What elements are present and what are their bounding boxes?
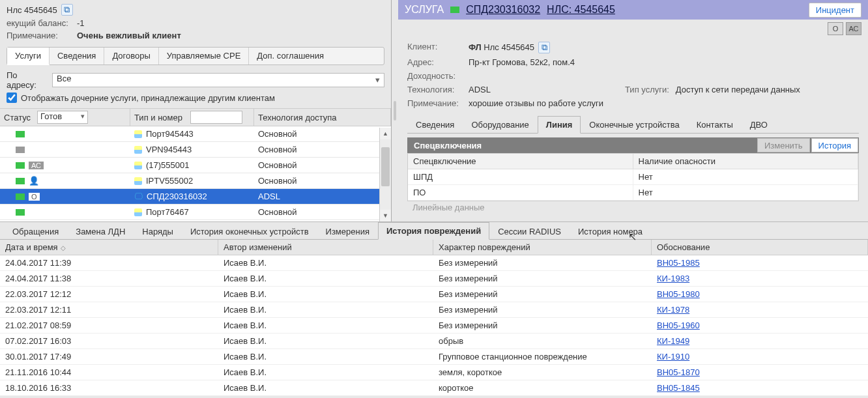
spec-history-button[interactable]: История <box>811 138 858 152</box>
bottom-tabs: Обращения Замена ЛДН Наряды История окон… <box>0 221 868 240</box>
bhdr-datetime[interactable]: Дата и время◇ <box>0 240 218 255</box>
rtab-info[interactable]: Сведения <box>407 116 463 134</box>
tab-services[interactable]: Услуги <box>7 48 50 65</box>
reason-link[interactable]: ВН05-1985 <box>657 258 700 268</box>
spec-title: Спецвключения <box>407 141 757 150</box>
cell-datetime: 21.02.2017 08:59 <box>0 318 218 333</box>
left-tabs: Услуги Сведения Договоры Управляемые CPE… <box>7 47 384 65</box>
service-name: IPTV555002 <box>146 176 193 186</box>
rtab-dvo[interactable]: ДВО <box>742 116 776 134</box>
service-row[interactable]: Порт76467Основной <box>0 205 391 220</box>
show-children-input[interactable] <box>7 92 17 103</box>
service-grid[interactable]: Порт945443ОсновнойVPN945443ОсновнойАС(17… <box>0 126 391 221</box>
btab-requests[interactable]: Обращения <box>4 223 67 240</box>
splitter-handle[interactable] <box>392 0 398 221</box>
bhdr-character[interactable]: Характер повреждений <box>433 240 652 255</box>
btab-orders[interactable]: Наряды <box>134 223 182 240</box>
tab-cpe[interactable]: Управляемые CPE <box>159 48 250 64</box>
tech-value: ADSL <box>469 85 625 94</box>
balance-label: екущий баланс: <box>7 18 77 28</box>
rtab-equipment[interactable]: Оборудование <box>463 116 537 134</box>
reason-link[interactable]: ВН05-1960 <box>657 320 700 330</box>
reason-link[interactable]: ВН05-1870 <box>657 367 700 377</box>
tab-contracts[interactable]: Договоры <box>104 48 158 64</box>
address-select[interactable]: Все <box>52 73 384 87</box>
bhdr-reason[interactable]: Обоснование <box>652 240 868 255</box>
service-row[interactable]: О🖵СПД230316032ADSL <box>0 189 391 205</box>
spec-hd-1: Спецвключение <box>408 154 633 169</box>
rtab-endpoints[interactable]: Оконечные устройства <box>581 116 687 134</box>
damage-row[interactable]: 07.02.2017 16:03Исаев В.И.обрывКИ-1949 <box>0 334 868 349</box>
cell-character: Без измерений <box>433 255 652 270</box>
badge-o[interactable]: О <box>828 22 843 35</box>
left-scrollbar[interactable]: ▲ ▼ <box>379 128 391 221</box>
btab-radius[interactable]: Сессии RADIUS <box>489 223 570 240</box>
spec-edit-button[interactable]: Изменить <box>757 138 810 152</box>
by-address-label-1: По <box>7 70 46 80</box>
scroll-thumb[interactable] <box>381 147 390 186</box>
tab-info[interactable]: Сведения <box>50 48 104 64</box>
hdr-tech: Технология доступа <box>258 113 337 122</box>
damage-row[interactable]: 30.01.2017 17:49Исаев В.И.Групповое стан… <box>0 349 868 365</box>
node-icon <box>134 130 142 138</box>
btab-damage-hist[interactable]: История повреждений <box>378 222 489 240</box>
badge-ac[interactable]: АС <box>846 22 861 35</box>
service-name: СПД230316032 <box>147 192 207 201</box>
service-row[interactable]: Порт945443Основной <box>0 126 391 142</box>
reason-link[interactable]: КИ-1949 <box>657 336 689 346</box>
svctype-value: Доступ к сети передачи данных <box>676 85 800 94</box>
rtab-contacts[interactable]: Контакты <box>688 116 742 134</box>
btab-number-hist[interactable]: История номера <box>570 223 651 240</box>
cell-character: Групповое станционное повреждение <box>433 349 652 364</box>
cell-datetime: 18.10.2016 16:33 <box>0 380 218 395</box>
scroll-down-icon[interactable]: ▼ <box>380 210 391 221</box>
reason-link[interactable]: КИ-1910 <box>657 352 689 362</box>
nls-link[interactable]: НЛС: 4545645 <box>547 4 615 16</box>
rtab-line[interactable]: Линия <box>538 116 581 134</box>
damage-row[interactable]: 24.04.2017 11:38Исаев В.И.Без измеренийК… <box>0 271 868 287</box>
incident-button[interactable]: Инцидент <box>809 3 861 18</box>
status-select[interactable]: Готов <box>37 111 88 124</box>
cell-reason: ВН05-1845 <box>652 380 868 395</box>
cell-character: обрыв <box>433 334 652 348</box>
damage-row[interactable]: 22.03.2017 12:11Исаев В.И.Без измеренийК… <box>0 302 868 318</box>
cell-datetime: 07.02.2017 16:03 <box>0 334 218 348</box>
damage-row[interactable]: 18.10.2016 16:33Исаев В.И.короткоеВН05-1… <box>0 380 868 396</box>
cell-reason: КИ-1978 <box>652 302 868 317</box>
damage-row[interactable]: 24.04.2017 11:39Исаев В.И.Без измеренийВ… <box>0 255 868 271</box>
status-square-icon <box>16 193 25 200</box>
tab-add-agreements[interactable]: Доп. соглашения <box>249 48 332 64</box>
cell-author: Исаев В.И. <box>218 302 433 317</box>
damage-row[interactable]: 22.03.2017 12:12Исаев В.И.Без измеренийВ… <box>0 287 868 302</box>
copy-icon[interactable]: ⧉ <box>61 4 73 16</box>
service-link[interactable]: СПД230316032 <box>466 4 540 16</box>
status-square-icon <box>450 7 459 13</box>
scroll-up-icon[interactable]: ▲ <box>380 128 391 139</box>
btab-measurements[interactable]: Измерения <box>317 223 378 240</box>
reason-link[interactable]: ВН05-1845 <box>657 383 700 393</box>
cell-author: Исаев В.И. <box>218 365 433 380</box>
damage-row[interactable]: 21.02.2017 08:59Исаев В.И.Без измеренийВ… <box>0 318 868 334</box>
btab-ldn[interactable]: Замена ЛДН <box>67 223 134 240</box>
damage-row[interactable]: 21.11.2016 10:44Исаев В.И.земля, коротко… <box>0 365 868 380</box>
service-tech: Основной <box>254 207 391 217</box>
cell-character: земля, короткое <box>433 365 652 380</box>
copy-client-icon[interactable]: ⧉ <box>538 42 550 53</box>
btab-endpoints-hist[interactable]: История оконечных устройств <box>182 223 317 240</box>
show-children-checkbox[interactable]: Отображать дочерние услуги, принадлежащи… <box>7 92 384 103</box>
reason-link[interactable]: ВН05-1980 <box>657 289 700 299</box>
service-grid-header: Статус Готов Тип и номер Технология дост… <box>0 108 391 126</box>
client-label: Клиент: <box>407 42 469 53</box>
service-name: Порт76467 <box>146 207 189 217</box>
cell-reason: КИ-1910 <box>652 349 868 364</box>
address-label: Адрес: <box>407 57 469 67</box>
bhdr-author[interactable]: Автор изменений <box>218 240 433 255</box>
type-filter-input[interactable] <box>190 111 242 124</box>
service-row[interactable]: АС(17)555001Основной <box>0 158 391 173</box>
reason-link[interactable]: КИ-1978 <box>657 305 689 315</box>
service-title-bar: УСЛУГА СПД230316032 НЛС: 4545645 Инциден… <box>398 0 868 20</box>
service-row[interactable]: 👤IPTV555002Основной <box>0 173 391 189</box>
service-row[interactable]: VPN945443Основной <box>0 142 391 158</box>
service-tech: Основной <box>254 145 391 154</box>
reason-link[interactable]: КИ-1983 <box>657 274 689 283</box>
